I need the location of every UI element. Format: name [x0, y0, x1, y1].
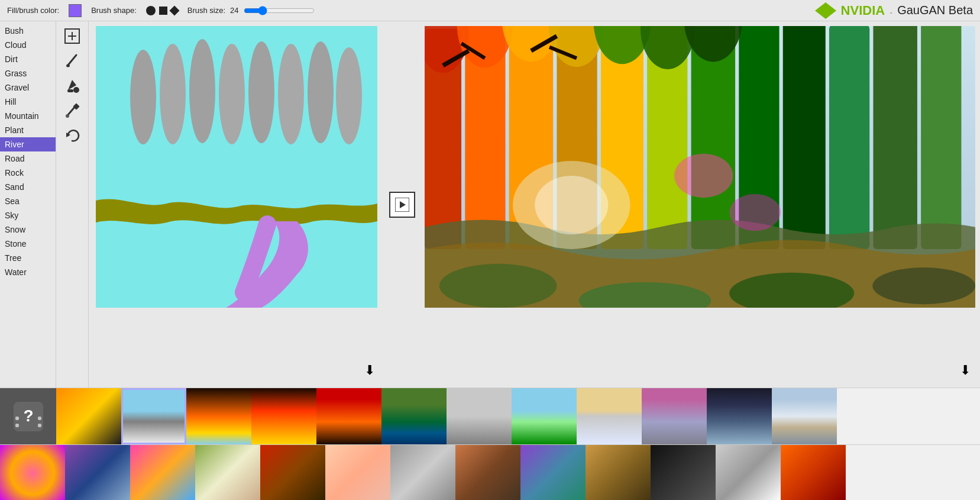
label-river[interactable]: River — [0, 137, 56, 151]
svg-point-18 — [248, 41, 274, 143]
label-snow[interactable]: Snow — [0, 222, 56, 237]
style-thumb-1[interactable] — [0, 445, 65, 501]
svg-point-19 — [278, 44, 304, 144]
dice-icon: ? — [11, 399, 46, 434]
svg-point-51 — [729, 194, 781, 231]
style-thumb-8[interactable] — [455, 445, 520, 501]
photo-thumb-7[interactable] — [447, 388, 512, 444]
svg-rect-60 — [15, 424, 19, 427]
download-canvas-btn[interactable]: ⬇ — [364, 363, 375, 378]
photo-thumb-11[interactable] — [707, 388, 772, 444]
toolbar: Fill/brush color: Brush shape: Brush siz… — [0, 0, 980, 21]
style-row — [0, 444, 980, 501]
canvas-svg — [96, 26, 377, 308]
brush-shape-label: Brush shape: — [91, 6, 137, 15]
label-sea[interactable]: Sea — [0, 194, 56, 208]
style-thumb-5[interactable] — [260, 445, 325, 501]
label-stone[interactable]: Stone — [0, 237, 56, 251]
label-tree[interactable]: Tree — [0, 251, 56, 265]
svg-line-4 — [68, 55, 76, 65]
svg-point-16 — [189, 39, 215, 143]
photo-thumb-4[interactable] — [251, 388, 316, 444]
svg-point-8 — [73, 87, 79, 93]
tool-panel — [56, 21, 89, 388]
random-btn[interactable]: ? — [0, 388, 56, 444]
svg-point-52 — [439, 264, 557, 308]
style-thumb-6[interactable] — [325, 445, 390, 501]
main-area: Bush Cloud Dirt Grass Gravel Hill Mounta… — [0, 21, 980, 388]
label-water[interactable]: Water — [0, 265, 56, 279]
brush-size-label: Brush size: — [187, 6, 225, 15]
label-mountain[interactable]: Mountain — [0, 109, 56, 123]
gaugan-title: GauGAN Beta — [897, 4, 973, 17]
download-output-btn[interactable]: ⬇ — [960, 363, 971, 378]
label-gravel[interactable]: Gravel — [0, 80, 56, 95]
style-thumb-11[interactable] — [651, 445, 716, 501]
style-thumb-10[interactable] — [586, 445, 651, 501]
square-shape-btn[interactable] — [159, 7, 167, 15]
svg-point-20 — [308, 41, 334, 143]
svg-marker-0 — [815, 2, 836, 19]
svg-point-55 — [872, 267, 975, 304]
style-thumb-12[interactable] — [716, 445, 781, 501]
photo-thumb-5[interactable] — [316, 388, 381, 444]
svg-point-45 — [535, 176, 608, 234]
svg-text:?: ? — [23, 407, 33, 425]
style-thumb-3[interactable] — [130, 445, 195, 501]
undo-tool[interactable] — [61, 124, 83, 147]
photo-thumb-2[interactable] — [121, 388, 186, 444]
photo-thumb-12[interactable] — [772, 388, 837, 444]
style-thumb-4[interactable] — [195, 445, 260, 501]
nvidia-logo: NVIDIA . GauGAN Beta — [815, 2, 973, 19]
generate-panel — [384, 21, 420, 388]
photo-thumb-6[interactable] — [381, 388, 447, 444]
fill-label: Fill/brush color: — [7, 6, 59, 15]
bottom-area: ? — [0, 388, 980, 500]
photo-thumb-10[interactable] — [642, 388, 707, 444]
svg-rect-33 — [783, 26, 826, 249]
label-road[interactable]: Road — [0, 151, 56, 166]
svg-point-50 — [674, 154, 733, 198]
photo-thumb-3[interactable] — [186, 388, 251, 444]
brush-size-container: Brush size: 24 — [187, 6, 315, 15]
brush-shapes — [146, 6, 178, 15]
label-cloud[interactable]: Cloud — [0, 38, 56, 52]
photo-thumb-8[interactable] — [512, 388, 577, 444]
diamond-shape-btn[interactable] — [169, 5, 179, 15]
svg-rect-36 — [921, 26, 961, 249]
label-sky[interactable]: Sky — [0, 208, 56, 222]
output-svg — [425, 26, 975, 308]
eyedropper-tool[interactable] — [61, 99, 83, 122]
brush-tool[interactable] — [61, 50, 83, 72]
circle-shape-btn[interactable] — [146, 6, 156, 15]
fill-tool[interactable] — [61, 75, 83, 97]
generate-btn[interactable] — [389, 192, 415, 218]
label-sand[interactable]: Sand — [0, 180, 56, 194]
label-rock[interactable]: Rock — [0, 166, 56, 180]
label-dirt[interactable]: Dirt — [0, 52, 56, 66]
svg-line-9 — [68, 107, 75, 115]
photo-thumb-1[interactable] — [56, 388, 121, 444]
photo-row: ? — [0, 388, 980, 444]
label-list: Bush Cloud Dirt Grass Gravel Hill Mounta… — [0, 21, 56, 388]
svg-rect-61 — [38, 424, 41, 427]
color-swatch[interactable] — [69, 4, 82, 17]
svg-rect-34 — [829, 26, 869, 249]
svg-rect-7 — [67, 89, 73, 92]
style-thumb-2[interactable] — [65, 445, 130, 501]
svg-point-10 — [66, 114, 69, 118]
output-container: ⬇ — [420, 21, 980, 388]
label-grass[interactable]: Grass — [0, 66, 56, 80]
style-thumb-9[interactable] — [520, 445, 586, 501]
label-plant[interactable]: Plant — [0, 123, 56, 137]
label-hill[interactable]: Hill — [0, 95, 56, 109]
brush-size-slider[interactable] — [244, 6, 315, 15]
style-thumb-7[interactable] — [390, 445, 455, 501]
new-canvas-tool[interactable] — [61, 25, 83, 47]
canvas-container: ⬇ — [89, 21, 384, 388]
photo-thumb-9[interactable] — [577, 388, 642, 444]
drawing-canvas[interactable] — [96, 26, 377, 308]
style-thumb-13[interactable] — [781, 445, 846, 501]
nvidia-icon — [815, 2, 836, 19]
label-bush[interactable]: Bush — [0, 24, 56, 38]
